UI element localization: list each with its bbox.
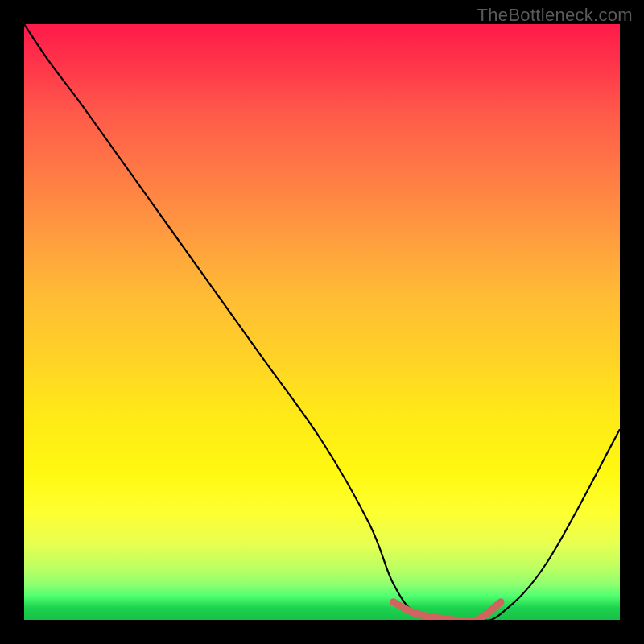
chart-area bbox=[24, 24, 620, 620]
curve-svg bbox=[24, 24, 620, 620]
optimal-range-path bbox=[394, 602, 501, 620]
bottleneck-curve-path bbox=[24, 24, 620, 620]
watermark-text: TheBottleneck.com bbox=[477, 5, 633, 26]
